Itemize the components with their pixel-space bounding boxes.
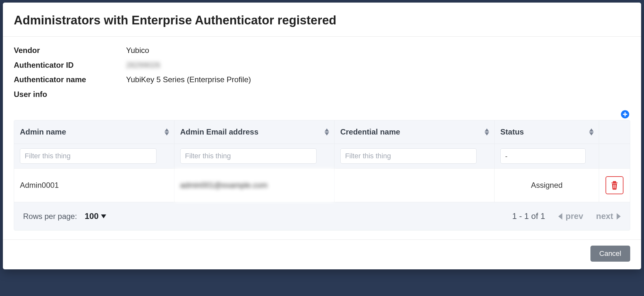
cell-credential-name — [334, 169, 494, 202]
auth-name-label: Authenticator name — [14, 72, 126, 87]
chevron-right-icon — [616, 213, 621, 220]
svg-marker-8 — [485, 132, 489, 135]
col-header-label: Admin Email address — [180, 127, 258, 136]
chevron-left-icon — [558, 213, 563, 220]
authenticator-info: Vendor Yubico Authenticator ID 28299026 … — [14, 43, 630, 101]
rows-per-page-select[interactable]: 100 — [85, 211, 106, 221]
filter-row: - — [14, 144, 630, 169]
sort-icon — [485, 128, 489, 135]
sort-icon — [589, 128, 594, 135]
prev-label: prev — [566, 211, 583, 221]
svg-marker-5 — [325, 128, 329, 132]
filter-admin-name[interactable] — [20, 148, 157, 164]
next-label: next — [596, 211, 613, 221]
svg-rect-2 — [624, 112, 625, 117]
svg-marker-12 — [558, 213, 562, 220]
sort-icon — [325, 128, 329, 135]
rows-per-page-label: Rows per page: — [23, 212, 77, 221]
table-row: Admin0001 admin001@example.com Assigned — [14, 169, 630, 202]
svg-marker-13 — [617, 213, 621, 220]
col-header-label: Credential name — [340, 127, 400, 136]
prev-page-button[interactable]: prev — [558, 211, 583, 221]
col-header-label: Status — [500, 127, 524, 136]
modal-title: Administrators with Enterprise Authentic… — [14, 13, 630, 36]
cell-status: Assigned — [495, 169, 599, 202]
cell-admin-name: Admin0001 — [14, 169, 174, 202]
rows-per-page-value: 100 — [85, 211, 98, 221]
col-header-label: Admin name — [20, 127, 66, 136]
svg-marker-3 — [165, 128, 169, 132]
user-info-label: User info — [14, 87, 126, 102]
svg-marker-4 — [165, 132, 169, 135]
cancel-button[interactable]: Cancel — [590, 246, 630, 262]
admin-table: Admin name Admin Email address — [14, 120, 630, 231]
vendor-label: Vendor — [14, 43, 126, 58]
cell-admin-email: admin001@example.com — [174, 169, 334, 202]
col-header-credential-name[interactable]: Credential name — [334, 120, 494, 144]
auth-name-value: YubiKey 5 Series (Enterprise Profile) — [126, 72, 251, 87]
divider — [3, 36, 641, 37]
col-header-actions — [599, 120, 630, 144]
vendor-value: Yubico — [126, 43, 149, 58]
svg-marker-10 — [589, 132, 594, 135]
filter-admin-email[interactable] — [180, 148, 317, 164]
add-admin-button[interactable] — [621, 110, 630, 119]
svg-marker-9 — [589, 128, 594, 132]
caret-down-icon — [101, 214, 106, 218]
filter-status-select[interactable]: - — [500, 148, 586, 164]
pagination-range: 1 - 1 of 1 — [512, 211, 545, 221]
next-page-button[interactable]: next — [596, 211, 621, 221]
sort-icon — [165, 128, 169, 135]
plus-circle-icon — [621, 110, 630, 119]
auth-id-label: Authenticator ID — [14, 58, 126, 73]
modal-dialog: Administrators with Enterprise Authentic… — [3, 3, 641, 269]
trash-icon — [610, 180, 619, 190]
svg-marker-7 — [485, 128, 489, 132]
table-footer: Rows per page: 100 1 - 1 of 1 prev next — [14, 202, 630, 230]
auth-id-value: 28299026 — [126, 58, 160, 73]
svg-marker-6 — [325, 132, 329, 135]
col-header-admin-name[interactable]: Admin name — [14, 120, 174, 144]
filter-credential-name[interactable] — [340, 148, 477, 164]
delete-row-button[interactable] — [606, 176, 623, 194]
col-header-admin-email[interactable]: Admin Email address — [174, 120, 334, 144]
svg-marker-11 — [101, 214, 106, 218]
col-header-status[interactable]: Status — [495, 120, 599, 144]
